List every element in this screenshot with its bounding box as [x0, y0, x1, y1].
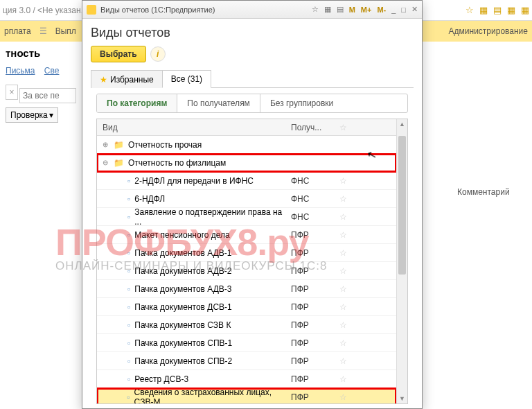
tab-by-recipient[interactable]: По получателям — [177, 94, 260, 112]
row-label: Заявление о подтверждении права на ... — [134, 207, 291, 227]
row-label: Отчетность по физлицам — [128, 158, 226, 168]
document-icon: ▫ — [127, 194, 130, 204]
tree-item-row[interactable]: ▫Пачка документов ДСВ-1ПФР☆ — [97, 298, 396, 316]
tree-folder-row[interactable]: ⊖📁Отчетность по физлицам — [97, 154, 396, 172]
fav-star-icon[interactable]: ☆ — [332, 194, 353, 204]
bg-tab[interactable]: рплата — [4, 26, 31, 36]
close-icon[interactable]: ✕ — [411, 5, 418, 14]
row-label: Отчетность прочая — [128, 140, 202, 150]
fav-star-icon[interactable]: ☆ — [332, 248, 353, 258]
tabs-grouping: По категориям По получателям Без группир… — [96, 94, 408, 113]
tree-item-row[interactable]: ▫Пачка документов АДВ-2ПФР☆ — [97, 262, 396, 280]
document-icon: ▫ — [127, 176, 130, 186]
tab-by-category[interactable]: По категориям — [97, 94, 177, 112]
tree-item-row[interactable]: ▫Пачка документов АДВ-3ПФР☆ — [97, 280, 396, 298]
fav-star-icon[interactable]: ☆ — [332, 284, 353, 294]
fav-star-icon[interactable]: ☆ — [332, 392, 353, 402]
win-icon[interactable]: ☆ — [312, 5, 319, 14]
calc-mminus-button[interactable]: M- — [377, 6, 386, 14]
bg-subtab[interactable]: Све — [44, 66, 60, 76]
fav-star-icon[interactable]: ☆ — [332, 356, 353, 366]
expander-icon[interactable]: ⊕ — [101, 141, 109, 148]
col-type[interactable]: Вид — [97, 123, 291, 132]
row-recipient: ПФР — [291, 392, 332, 402]
fav-star-icon[interactable]: ☆ — [332, 338, 353, 348]
row-recipient: ПФР — [291, 338, 332, 348]
row-recipient: ФНС — [291, 176, 332, 186]
select-button[interactable]: Выбрать — [91, 46, 146, 62]
grid-header: Вид Получ... ☆ — [97, 119, 396, 136]
tree-item-row[interactable]: ▫Пачка документов СЗВ КПФР☆ — [97, 316, 396, 334]
help-button[interactable]: i — [150, 46, 166, 62]
bg-subtab[interactable]: Письма — [6, 66, 35, 76]
row-recipient: ПФР — [291, 302, 332, 312]
scrollbar[interactable]: ▲ ▼ — [396, 119, 407, 403]
document-icon: ▫ — [127, 266, 130, 276]
tree-item-row[interactable]: ▫Пачка документов СПВ-2ПФР☆ — [97, 352, 396, 370]
fav-star-icon[interactable]: ☆ — [332, 266, 353, 276]
fav-star-icon[interactable]: ☆ — [332, 230, 353, 240]
fav-star-icon[interactable]: ☆ — [332, 212, 353, 222]
bg-pane-heading: тность — [6, 47, 76, 59]
tree-folder-row[interactable]: ⊕📁Отчетность прочая — [97, 136, 396, 154]
bg-tab[interactable]: Выпл — [55, 26, 76, 36]
tree-item-row[interactable]: ▫Пачка документов СПВ-1ПФР☆ — [97, 334, 396, 352]
tree-item-row[interactable]: ▫Реестр ДСВ-3ПФР☆ — [97, 370, 396, 388]
fav-star-icon[interactable]: ☆ — [332, 374, 353, 384]
row-label: Сведения о застрахованных лицах, СЗВ-М — [134, 388, 291, 404]
period-input[interactable] — [19, 88, 76, 103]
col-fav[interactable]: ☆ — [332, 123, 353, 132]
maximize-icon[interactable]: □ — [401, 6, 406, 14]
col-recipient[interactable]: Получ... — [291, 123, 332, 132]
check-button-label: Проверка — [10, 110, 48, 120]
scroll-up-icon[interactable]: ▲ — [397, 119, 407, 129]
row-recipient: ФНС — [291, 194, 332, 204]
tree-item-row[interactable]: ▫Макет пенсионного делаПФР☆ — [97, 226, 396, 244]
document-icon: ▫ — [127, 212, 130, 222]
calc-mplus-button[interactable]: M+ — [361, 6, 372, 14]
scroll-down-icon[interactable]: ▼ — [397, 394, 407, 403]
dialog-heading: Виды отчетов — [91, 26, 414, 40]
tree-item-row[interactable]: ▫Сведения о застрахованных лицах, СЗВ-МП… — [97, 388, 396, 403]
tab-label: Избранные — [110, 75, 154, 85]
fav-star-icon[interactable]: ☆ — [332, 302, 353, 312]
fav-star-icon[interactable]: ☆ — [332, 176, 353, 186]
report-types-dialog: Виды отчетов (1С:Предприятие) ☆ ▦ ▤ M M+… — [82, 0, 423, 409]
row-label: Пачка документов АДВ-2 — [134, 266, 231, 276]
row-recipient: ПФР — [291, 230, 332, 240]
row-label: Реестр ДСВ-3 — [134, 374, 188, 384]
document-icon: ▫ — [127, 374, 130, 384]
expander-icon[interactable]: ⊖ — [101, 159, 109, 166]
calc-m-button[interactable]: M — [349, 6, 355, 14]
tree-item-row[interactable]: ▫Заявление о подтверждении права на ...Ф… — [97, 208, 396, 226]
scroll-thumb[interactable] — [398, 136, 406, 275]
dialog-titlebar[interactable]: Виды отчетов (1С:Предприятие) ☆ ▦ ▤ M M+… — [82, 1, 422, 19]
tabs-fav-all: ★ Избранные Все (31) — [91, 69, 414, 88]
win-icon[interactable]: ▦ — [324, 5, 331, 14]
tree-item-row[interactable]: ▫Пачка документов АДВ-1ПФР☆ — [97, 244, 396, 262]
tab-all[interactable]: Все (31) — [162, 70, 211, 88]
tab-no-grouping[interactable]: Без группировки — [260, 94, 343, 112]
row-label: Макет пенсионного дела — [134, 230, 229, 240]
document-icon: ▫ — [127, 320, 130, 330]
minimize-icon[interactable]: _ — [391, 6, 396, 14]
tab-favorites[interactable]: ★ Избранные — [91, 70, 163, 88]
tree-item-row[interactable]: ▫6-НДФЛФНС☆ — [97, 190, 396, 208]
row-recipient: ФНС — [291, 212, 332, 222]
check-button[interactable]: Проверка ▾ — [6, 107, 58, 123]
row-recipient: ПФР — [291, 284, 332, 294]
document-icon: ▫ — [127, 248, 130, 258]
win-icon[interactable]: ▤ — [337, 5, 344, 14]
bg-title-icons: ☆ ▦ ▤ ▦ ▦ — [466, 5, 529, 15]
bg-title: ция 3.0 / <Не указан... — [3, 6, 88, 15]
folder-icon: 📁 — [114, 158, 124, 168]
bg-tab[interactable]: Администрирование — [449, 26, 528, 36]
document-icon: ▫ — [127, 356, 130, 366]
document-icon: ▫ — [127, 230, 130, 240]
tree-item-row[interactable]: ▫2-НДФЛ для передачи в ИФНСФНС☆ — [97, 172, 396, 190]
fav-star-icon[interactable]: ☆ — [332, 320, 353, 330]
bg-icon: ▦ — [507, 5, 515, 15]
bg-icon: ▤ — [493, 5, 502, 15]
clear-button[interactable]: × — [6, 85, 18, 100]
row-recipient: ПФР — [291, 266, 332, 276]
